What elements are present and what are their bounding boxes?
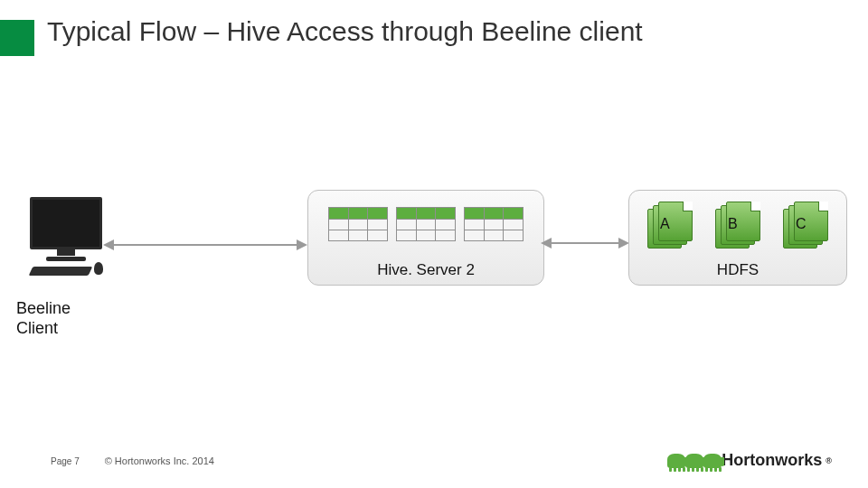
slide: Typical Flow – Hive Access through Beeli… (0, 0, 868, 488)
hiveserver2-box: Hive. Server 2 (307, 190, 544, 286)
arrow-client-to-hs2 (112, 244, 298, 246)
hdfs-files-group: A B C (647, 209, 828, 252)
page-number: Page 7 (51, 456, 80, 466)
elephant-icon (703, 454, 722, 468)
keyboard-icon (29, 267, 93, 276)
logo-text: Hortonworks (722, 451, 822, 470)
title-accent-bar (0, 20, 34, 56)
elephant-icon (667, 454, 685, 468)
file-label-b: B (728, 216, 738, 232)
client-label-line2: Client (16, 319, 58, 337)
elephant-icon (685, 454, 703, 468)
hdfs-label: HDFS (629, 261, 846, 279)
table-icon (328, 207, 388, 241)
hortonworks-logo: Hortonworks® (667, 451, 832, 470)
table-icon (464, 207, 524, 241)
registered-mark: ® (826, 456, 832, 465)
client-label-line1: Beeline (16, 299, 71, 317)
beeline-client-label: Beeline Client (16, 298, 71, 338)
arrow-hs2-to-hdfs (550, 242, 620, 244)
hdfs-box: A B C HDFS (628, 190, 847, 286)
mouse-icon (94, 262, 103, 275)
hdfs-file-b: B (715, 209, 760, 252)
beeline-client-icon (25, 197, 107, 280)
monitor-icon (30, 197, 102, 249)
file-label-c: C (796, 216, 807, 232)
hive-tables-group (328, 207, 524, 241)
hiveserver2-label: Hive. Server 2 (308, 261, 543, 279)
monitor-stand (46, 257, 86, 261)
hdfs-file-c: C (783, 209, 828, 252)
slide-title: Typical Flow – Hive Access through Beeli… (47, 16, 643, 47)
hdfs-file-a: A (647, 209, 693, 252)
file-label-a: A (660, 216, 670, 232)
footer: Page 7 © Hortonworks Inc. 2014 (51, 455, 214, 466)
copyright: © Hortonworks Inc. 2014 (105, 455, 214, 466)
table-icon (396, 207, 456, 241)
